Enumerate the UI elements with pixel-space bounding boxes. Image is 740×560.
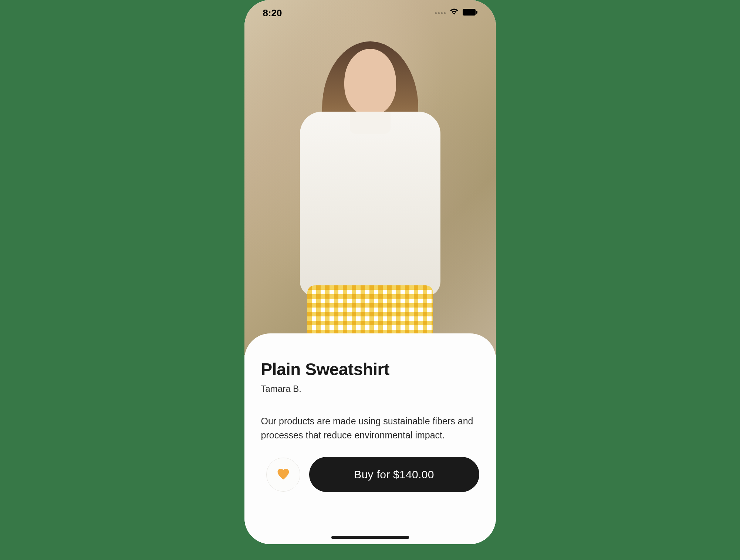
product-author: Tamara B.: [261, 384, 479, 394]
wifi-icon: [449, 9, 459, 17]
product-description: Our products are made using sustainable …: [261, 414, 479, 442]
svg-rect-1: [476, 11, 477, 14]
heart-icon: [276, 468, 290, 481]
svg-rect-0: [463, 9, 476, 16]
status-bar: 8:20: [244, 0, 496, 26]
battery-icon: [463, 9, 477, 17]
action-row: Buy for $140.00: [261, 457, 479, 492]
product-details-sheet: Plain Sweatshirt Tamara B. Our products …: [244, 333, 496, 544]
buy-button[interactable]: Buy for $140.00: [309, 457, 479, 492]
product-title: Plain Sweatshirt: [261, 359, 479, 379]
model-illustration: [296, 49, 444, 355]
favorite-button[interactable]: [266, 458, 300, 492]
cellular-dots-icon: [435, 12, 446, 14]
status-time: 8:20: [263, 7, 282, 19]
status-icons: [435, 9, 477, 17]
home-indicator[interactable]: [331, 536, 409, 539]
product-image: [244, 0, 496, 355]
phone-frame: 8:20: [244, 0, 496, 544]
